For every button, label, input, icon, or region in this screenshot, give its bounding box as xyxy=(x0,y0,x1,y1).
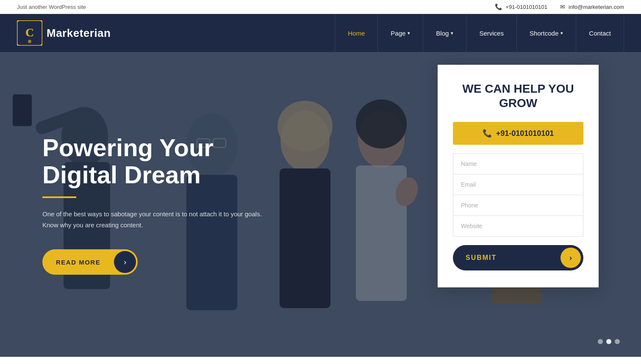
phone-input[interactable] xyxy=(453,195,583,216)
nav-item-contact[interactable]: Contact xyxy=(576,14,624,52)
phone-icon: 📞 xyxy=(483,129,492,138)
chevron-down-icon: ▾ xyxy=(561,30,563,36)
topbar: Just another WordPress site 📞 +91-010101… xyxy=(0,0,641,14)
logo[interactable]: C Marketerian xyxy=(17,20,111,46)
nav-item-home[interactable]: Home xyxy=(335,14,378,52)
chevron-down-icon: ▾ xyxy=(451,30,453,36)
name-input[interactable] xyxy=(453,153,583,174)
contact-form-card: WE CAN HELP YOU GROW 📞 +91-0101010101 SU… xyxy=(438,65,599,287)
topbar-phone-number: +91-0101010101 xyxy=(505,4,547,10)
svg-point-2 xyxy=(28,40,31,43)
form-fields xyxy=(453,153,583,237)
submit-arrow-icon: › xyxy=(561,248,581,268)
website-input[interactable] xyxy=(453,216,583,237)
topbar-tagline: Just another WordPress site xyxy=(17,4,86,10)
submit-label: SUBMIT xyxy=(466,254,497,262)
nav-item-blog[interactable]: Blog ▾ xyxy=(423,14,466,52)
nav-item-page[interactable]: Page ▾ xyxy=(378,14,423,52)
logo-text: Marketerian xyxy=(47,27,111,40)
form-title: WE CAN HELP YOU GROW xyxy=(453,82,583,110)
phone-number: +91-0101010101 xyxy=(496,129,554,138)
svg-text:C: C xyxy=(25,26,34,39)
phone-button[interactable]: 📞 +91-0101010101 xyxy=(453,122,583,145)
slider-dot-1[interactable] xyxy=(598,339,603,344)
slider-dot-2[interactable] xyxy=(606,339,611,344)
chevron-down-icon: ▾ xyxy=(408,30,410,36)
logo-icon: C xyxy=(17,20,42,46)
main-nav: Home Page ▾ Blog ▾ Services Shortcode ▾ … xyxy=(335,14,624,52)
read-more-arrow-icon: › xyxy=(114,251,136,273)
nav-item-shortcode[interactable]: Shortcode ▾ xyxy=(517,14,576,52)
phone-icon: 📞 xyxy=(495,3,502,10)
topbar-phone[interactable]: 📞 +91-0101010101 xyxy=(495,3,547,10)
hero-section: Powering Your Digital Dream One of the b… xyxy=(0,52,641,357)
nav-item-services[interactable]: Services xyxy=(466,14,517,52)
slider-dots xyxy=(598,339,620,344)
topbar-email-address: info@marketerian.com xyxy=(569,4,624,10)
hero-subtitle: One of the best ways to sabotage your co… xyxy=(42,209,275,230)
hero-title: Powering Your Digital Dream xyxy=(42,134,288,188)
topbar-contacts: 📞 +91-0101010101 ✉ info@marketerian.com xyxy=(495,3,624,10)
email-icon: ✉ xyxy=(560,3,565,10)
hero-divider xyxy=(42,196,76,198)
submit-button[interactable]: SUBMIT › xyxy=(453,245,583,270)
read-more-label: READ MORE xyxy=(42,251,112,273)
header: C Marketerian Home Page ▾ Blog ▾ Service… xyxy=(0,14,641,52)
slider-dot-3[interactable] xyxy=(615,339,620,344)
topbar-email[interactable]: ✉ info@marketerian.com xyxy=(560,3,624,10)
hero-content: Powering Your Digital Dream One of the b… xyxy=(0,134,288,275)
read-more-button[interactable]: READ MORE › xyxy=(42,249,138,275)
email-input[interactable] xyxy=(453,174,583,195)
